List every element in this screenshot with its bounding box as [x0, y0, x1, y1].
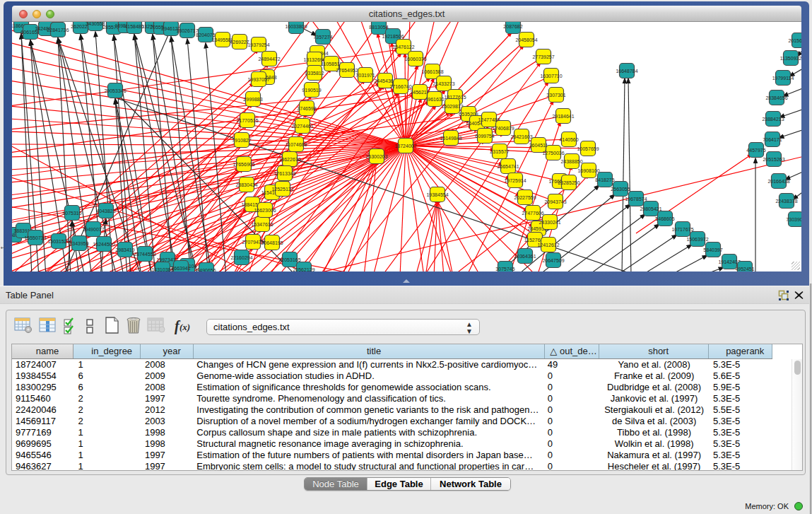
svg-text:3075745: 3075745 — [495, 267, 514, 271]
svg-text:15063972: 15063972 — [686, 237, 708, 242]
svg-text:19379254: 19379254 — [247, 42, 269, 47]
svg-text:19142407: 19142407 — [718, 259, 740, 264]
svg-text:10661588: 10661588 — [421, 69, 443, 74]
svg-text:8204075: 8204075 — [196, 33, 215, 37]
svg-text:29805421: 29805421 — [640, 206, 661, 211]
svg-text:24894472: 24894472 — [258, 57, 280, 62]
svg-text:26654741: 26654741 — [497, 164, 519, 169]
svg-text:16033809: 16033809 — [285, 24, 307, 29]
svg-text:19218506: 19218506 — [382, 34, 404, 39]
svg-text:2563055: 2563055 — [611, 187, 630, 192]
svg-text:16623006: 16623006 — [254, 208, 276, 213]
svg-text:7031971: 7031971 — [355, 73, 375, 78]
svg-text:12412612: 12412612 — [537, 243, 559, 247]
svg-text:20166438: 20166438 — [767, 179, 789, 184]
svg-text:20943743: 20943743 — [544, 199, 566, 204]
svg-text:12525131: 12525131 — [271, 187, 293, 192]
svg-text:10717675: 10717675 — [671, 227, 693, 232]
svg-text:16307710: 16307710 — [540, 74, 562, 78]
svg-text:4269227: 4269227 — [230, 40, 249, 45]
svg-text:23421603: 23421603 — [510, 134, 532, 139]
svg-text:16060376: 16060376 — [404, 57, 426, 62]
svg-text:19937057: 19937057 — [247, 77, 269, 82]
svg-text:10057659: 10057659 — [577, 146, 599, 151]
svg-text:(x): (x) — [180, 322, 190, 332]
svg-text:23830434: 23830434 — [235, 182, 257, 187]
svg-text:2663941: 2663941 — [171, 266, 190, 271]
svg-text:15347616: 15347616 — [251, 222, 273, 227]
svg-text:9335812: 9335812 — [305, 71, 324, 76]
svg-text:2087682: 2087682 — [503, 24, 522, 29]
svg-text:20647509: 20647509 — [542, 258, 564, 263]
svg-text:4961630: 4961630 — [425, 97, 444, 102]
svg-text:5468605: 5468605 — [655, 216, 674, 221]
svg-text:28384656: 28384656 — [765, 95, 787, 100]
svg-text:20648195: 20648195 — [261, 240, 283, 245]
svg-text:17656906: 17656906 — [233, 162, 254, 167]
svg-text:2315577: 2315577 — [490, 149, 509, 154]
svg-text:24388850: 24388850 — [560, 159, 582, 164]
svg-text:4140560: 4140560 — [559, 137, 578, 142]
svg-text:11350932: 11350932 — [780, 56, 801, 61]
svg-text:7303905: 7303905 — [786, 217, 801, 222]
svg-text:15031529: 15031529 — [47, 239, 69, 244]
svg-text:20515263: 20515263 — [763, 157, 784, 162]
svg-text:3604511: 3604511 — [529, 143, 548, 148]
svg-text:17406879: 17406879 — [492, 126, 514, 131]
svg-text:15149848: 15149848 — [440, 136, 461, 141]
svg-text:27739257: 27739257 — [532, 54, 554, 59]
svg-text:4952451: 4952451 — [735, 267, 754, 271]
svg-text:28744553: 28744553 — [134, 252, 155, 257]
svg-text:8490656: 8490656 — [196, 268, 216, 272]
svg-text:23884213: 23884213 — [762, 117, 784, 122]
svg-text:17613348: 17613348 — [273, 171, 295, 176]
svg-text:18622670: 18622670 — [278, 157, 300, 162]
svg-text:6099754: 6099754 — [475, 134, 494, 139]
svg-text:9075310: 9075310 — [62, 211, 81, 216]
svg-text:19799114: 19799114 — [772, 76, 794, 81]
svg-text:20458054: 20458054 — [515, 37, 537, 42]
svg-text:20274461: 20274461 — [291, 124, 313, 129]
svg-text:3746598: 3746598 — [297, 106, 316, 111]
svg-text:24330241: 24330241 — [539, 220, 560, 225]
svg-text:22841736: 22841736 — [47, 28, 69, 33]
svg-text:21770515: 21770515 — [236, 118, 258, 123]
svg-text:27166740: 27166740 — [389, 84, 411, 89]
svg-text:5840397: 5840397 — [703, 247, 722, 252]
svg-text:19384554: 19384554 — [426, 192, 448, 197]
svg-text:19678574: 19678574 — [625, 197, 647, 201]
svg-text:22438378: 22438378 — [775, 199, 797, 204]
svg-text:11058511: 11058511 — [321, 62, 342, 66]
svg-text:16908100: 16908100 — [577, 168, 599, 173]
svg-text:8418275: 8418275 — [595, 177, 614, 182]
svg-text:20156684: 20156684 — [788, 38, 801, 43]
svg-text:18026717: 18026717 — [176, 28, 198, 33]
svg-text:25300203: 25300203 — [365, 154, 387, 159]
svg-text:3343959: 3343959 — [69, 241, 88, 246]
svg-text:19725914: 19725914 — [504, 178, 526, 183]
svg-text:18724007: 18724007 — [394, 144, 416, 148]
svg-text:7910827: 7910827 — [232, 138, 251, 143]
svg-text:7064171: 7064171 — [763, 137, 782, 142]
svg-text:29053346: 29053346 — [104, 88, 126, 93]
svg-text:25476122: 25476122 — [392, 45, 414, 49]
svg-text:15550734: 15550734 — [24, 235, 46, 240]
svg-text:8813054: 8813054 — [369, 25, 388, 30]
svg-text:22053165: 22053165 — [278, 257, 300, 262]
svg-text:27477606: 27477606 — [522, 211, 543, 216]
svg-text:11074688: 11074688 — [286, 142, 307, 147]
svg-text:19490077: 19490077 — [82, 227, 104, 232]
svg-text:14310388: 14310388 — [151, 267, 173, 272]
svg-text:15244500: 15244500 — [93, 242, 114, 247]
svg-text:9190519: 9190519 — [302, 88, 321, 93]
svg-text:16648784: 16648784 — [616, 69, 637, 74]
svg-text:2999883: 2999883 — [243, 97, 262, 102]
svg-text:2983419: 2983419 — [115, 247, 134, 252]
svg-text:20562129: 20562129 — [293, 267, 314, 272]
svg-text:20227559: 20227559 — [514, 195, 536, 200]
svg-text:3307301: 3307301 — [546, 93, 565, 98]
svg-text:23285250: 23285250 — [558, 180, 579, 185]
svg-text:4043823: 4043823 — [96, 209, 115, 214]
svg-text:4457975: 4457975 — [746, 148, 765, 153]
svg-text:27654952: 27654952 — [336, 68, 358, 73]
